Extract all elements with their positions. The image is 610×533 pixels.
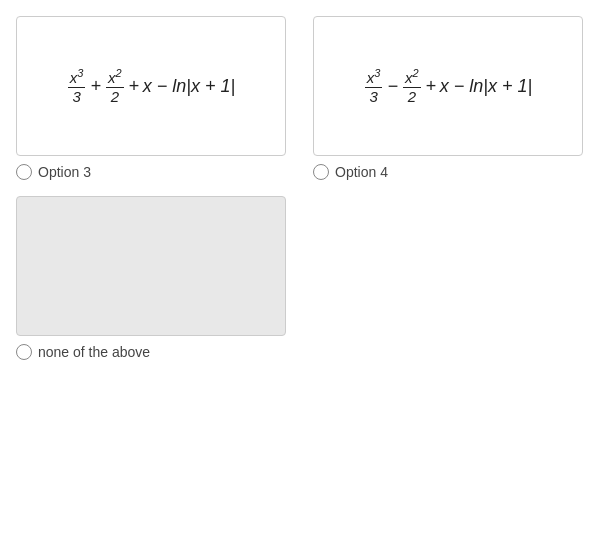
option4-text: Option 4 [335, 164, 388, 180]
option3-mathbox: x3 3 + x2 2 + x − ln|x + 1| [16, 16, 286, 156]
frac-x2-2-opt4: x2 2 [403, 67, 421, 106]
option3-cell: x3 3 + x2 2 + x − ln|x + 1| Option 3 [16, 16, 297, 180]
option5-mathbox [16, 196, 286, 336]
option4-radio[interactable] [313, 164, 329, 180]
option5-cell: none of the above [16, 196, 297, 360]
option5-radio[interactable] [16, 344, 32, 360]
options-grid: x3 3 + x2 2 + x − ln|x + 1| Option 3 x3 … [16, 16, 594, 360]
frac-x2-2: x2 2 [106, 67, 124, 106]
option4-cell: x3 3 − x2 2 + x − ln|x + 1| Option 4 [313, 16, 594, 180]
frac-x3-3: x3 3 [68, 67, 86, 106]
option5-text: none of the above [38, 344, 150, 360]
option3-expr: x3 3 + x2 2 + x − ln|x + 1| [67, 67, 235, 106]
option4-mathbox: x3 3 − x2 2 + x − ln|x + 1| [313, 16, 583, 156]
option4-expr: x3 3 − x2 2 + x − ln|x + 1| [364, 67, 532, 106]
option5-label[interactable]: none of the above [16, 344, 150, 360]
option4-label[interactable]: Option 4 [313, 164, 388, 180]
option3-label[interactable]: Option 3 [16, 164, 91, 180]
frac-x3-3-opt4: x3 3 [365, 67, 383, 106]
option3-radio[interactable] [16, 164, 32, 180]
option3-text: Option 3 [38, 164, 91, 180]
